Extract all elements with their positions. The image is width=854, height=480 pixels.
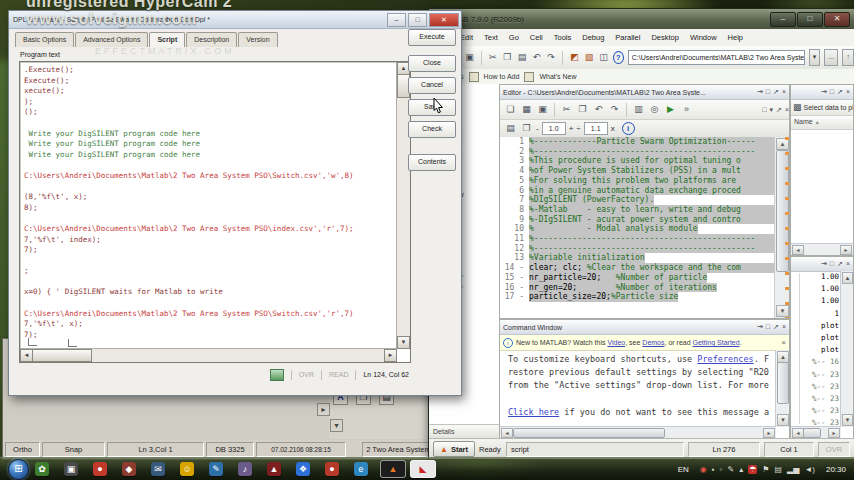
close-panel-icon[interactable]: × bbox=[846, 88, 850, 96]
start-orb[interactable]: ⊞ bbox=[8, 459, 29, 480]
history-item[interactable]: %-- 23 bbox=[791, 381, 841, 393]
maximize-panel-icon[interactable]: □ bbox=[766, 88, 770, 96]
command-history-list[interactable]: 1.001.001.001plotplotplot%-- 16%-- 23%--… bbox=[791, 271, 841, 427]
history-item[interactable]: %-- 16 bbox=[791, 356, 841, 368]
command-window-vscrollbar[interactable]: ▲ ▼ bbox=[775, 350, 789, 427]
tray-icon[interactable]: ▪ bbox=[712, 465, 715, 474]
menu-item[interactable]: Go bbox=[509, 33, 519, 42]
shortcut-how-to-add[interactable]: How to Add bbox=[484, 73, 520, 80]
scroll-down-button[interactable]: ▼ bbox=[330, 419, 343, 432]
value-field-2[interactable]: 1.1 bbox=[584, 122, 608, 135]
current-directory-input[interactable]: C:\Users\Andrei\Documents\MATLAB\2 Two A… bbox=[628, 50, 805, 65]
history-item[interactable]: 1.00 bbox=[791, 295, 841, 307]
program-text-area[interactable]: .Execute();Execute();xecute(););(); Writ… bbox=[19, 61, 411, 363]
language-indicator[interactable]: EN bbox=[678, 465, 689, 474]
history-item[interactable]: %-- 23 bbox=[791, 405, 841, 417]
taskbar-app-icon[interactable]: ✉ bbox=[151, 462, 165, 476]
menu-item[interactable]: Debug bbox=[582, 33, 604, 42]
copy-icon[interactable]: ❐ bbox=[502, 51, 513, 64]
clock[interactable]: 20:30 bbox=[826, 465, 846, 474]
copy-icon[interactable]: ❐ bbox=[576, 103, 589, 116]
run-icon[interactable]: ▶ bbox=[664, 103, 677, 116]
scroll-down-icon[interactable]: ▼ bbox=[777, 414, 789, 426]
undock-icon[interactable]: ↗ bbox=[837, 260, 843, 268]
tray-antivirus-icon[interactable]: ☂ bbox=[748, 465, 757, 474]
matlab-titlebar[interactable]: MATLAB 7.9.0 (R2009b) – □ ✕ bbox=[429, 9, 854, 29]
print-icon[interactable]: ▥ bbox=[632, 103, 645, 116]
taskbar-app-icon[interactable]: ● bbox=[93, 462, 107, 476]
taskbar-app-icon[interactable]: ◆ bbox=[122, 462, 136, 476]
history-hscrollbar[interactable]: ◄ ► bbox=[791, 426, 841, 438]
contents-button[interactable]: Contents bbox=[408, 154, 456, 171]
shortcut-whats-new[interactable]: What's New bbox=[539, 73, 576, 80]
layout-dropdown-icon[interactable]: ▾ bbox=[770, 106, 774, 114]
scroll-down-icon[interactable]: ▼ bbox=[397, 336, 410, 349]
maximize-panel-icon[interactable]: □ bbox=[766, 323, 770, 331]
undock-icon[interactable]: ↗ bbox=[773, 323, 779, 331]
dialog-button[interactable]: Execute bbox=[408, 29, 456, 46]
dock-icon[interactable]: ⇥ bbox=[757, 323, 763, 331]
plot-picker-icon[interactable]: ▩ bbox=[793, 101, 802, 114]
simulink-icon[interactable]: ◩ bbox=[569, 51, 580, 64]
redo-icon[interactable]: ↷ bbox=[608, 103, 621, 116]
undo-icon[interactable]: ↶ bbox=[592, 103, 605, 116]
tray-volume-icon[interactable]: ◄) bbox=[804, 465, 815, 474]
maximize-panel-icon[interactable]: □ bbox=[830, 260, 834, 268]
menu-item[interactable]: Cell bbox=[530, 33, 543, 42]
editor-code-area[interactable]: 1%-------------Particle Swarm Optimizati… bbox=[500, 137, 775, 318]
up-folder-button[interactable]: ↑ bbox=[842, 49, 854, 66]
undock-icon[interactable]: ↗ bbox=[837, 88, 843, 96]
editor-titlebar[interactable]: Editor - C:\Users\Andrei\Documents\MATLA… bbox=[500, 85, 789, 100]
dialog-tab[interactable]: Version bbox=[238, 32, 277, 47]
history-item[interactable]: 1.00 bbox=[791, 271, 841, 283]
dialog-button[interactable]: Save bbox=[408, 99, 456, 116]
menu-item[interactable]: Parallel bbox=[615, 33, 640, 42]
dialog-tab[interactable]: Basic Options bbox=[15, 32, 74, 47]
scroll-left-icon[interactable]: ◄ bbox=[792, 245, 804, 255]
open-icon[interactable]: ▦ bbox=[520, 103, 533, 116]
close-panel-icon[interactable]: × bbox=[846, 260, 850, 268]
cell-insert-icon[interactable]: ▤ bbox=[504, 122, 517, 135]
multiply-button[interactable]: x bbox=[611, 124, 615, 133]
close-panel-icon[interactable]: × bbox=[785, 106, 789, 114]
save-icon[interactable]: ▣ bbox=[536, 103, 549, 116]
paste-icon[interactable]: ▤ bbox=[517, 51, 528, 64]
layout-icon[interactable]: □ bbox=[762, 106, 766, 114]
scrollbar-thumb[interactable] bbox=[803, 428, 821, 438]
taskbar-app-icon[interactable]: ✎ bbox=[209, 462, 223, 476]
scroll-right-icon[interactable]: ► bbox=[384, 349, 397, 362]
workspace-hscrollbar[interactable]: ◄ ► bbox=[791, 243, 853, 255]
menu-item[interactable]: Edit bbox=[460, 33, 473, 42]
menu-item[interactable]: Window bbox=[690, 33, 717, 42]
info-icon[interactable]: i bbox=[622, 122, 635, 135]
dpl-code[interactable]: .Execute();Execute();xecute(););(); Writ… bbox=[24, 65, 396, 348]
command-window-text[interactable]: To customize keyboard shortcuts, use Pre… bbox=[500, 350, 776, 427]
history-item[interactable]: %-- 23 bbox=[791, 393, 841, 405]
start-button[interactable]: ▲ Start bbox=[433, 441, 475, 457]
workspace-titlebar[interactable]: ⇥ □ ↗ × bbox=[791, 85, 853, 100]
scrollbar-thumb[interactable] bbox=[513, 428, 665, 438]
taskbar-ie-icon[interactable]: e bbox=[354, 462, 368, 476]
history-item[interactable]: 1.00 bbox=[791, 283, 841, 295]
tray-flag-icon[interactable]: ⚑ bbox=[762, 465, 769, 474]
undock-icon[interactable]: ↗ bbox=[773, 88, 779, 96]
menu-item[interactable]: Tools bbox=[554, 33, 572, 42]
dialog-button[interactable]: Close bbox=[408, 55, 456, 72]
history-item[interactable]: plot bbox=[791, 320, 841, 332]
scroll-left-icon[interactable]: ◄ bbox=[501, 428, 513, 438]
tray-expand-icon[interactable]: ▴ bbox=[739, 465, 743, 474]
scroll-right-icon[interactable]: ► bbox=[763, 428, 775, 438]
value-field-1[interactable]: 1.0 bbox=[542, 122, 566, 135]
menu-item[interactable]: Desktop bbox=[651, 33, 679, 42]
history-item[interactable]: %-- 23 bbox=[791, 369, 841, 381]
decrease-button[interactable]: - bbox=[536, 124, 539, 133]
toolbar-overflow-icon[interactable]: » bbox=[680, 103, 693, 116]
menu-item[interactable]: Help bbox=[728, 33, 743, 42]
tray-network-icon[interactable]: ▂▅ bbox=[787, 465, 799, 474]
tray-icon[interactable]: ▤ bbox=[775, 465, 783, 474]
maximize-button[interactable]: □ bbox=[408, 13, 427, 27]
history-item[interactable]: plot bbox=[791, 332, 841, 344]
dpl-horizontal-scrollbar[interactable]: ◄ ► bbox=[20, 348, 397, 362]
taskbar-matlab-icon[interactable]: ▲ bbox=[380, 460, 406, 478]
scroll-up-icon[interactable]: ▲ bbox=[842, 272, 853, 284]
